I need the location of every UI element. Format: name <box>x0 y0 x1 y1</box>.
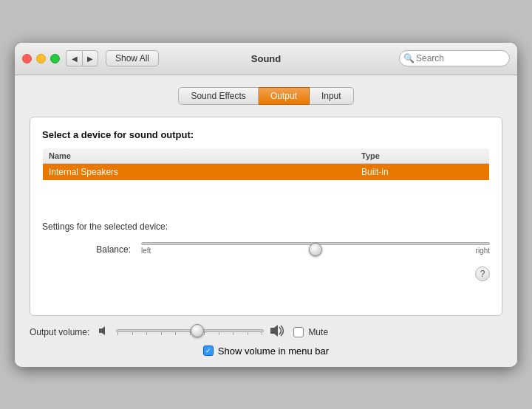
volume-slider-track <box>116 329 264 332</box>
device-table: Name Type Internal Speakers Built-in <box>42 148 490 210</box>
tab-sound-effects[interactable]: Sound Effects <box>178 87 259 105</box>
show-menu-bar-checkbox[interactable]: ✓ <box>203 346 214 356</box>
device-name-cell: Internal Speakers <box>43 163 356 180</box>
volume-row: Output volume: <box>30 323 502 341</box>
show-menu-bar-label: Show volume in menu bar <box>218 346 329 357</box>
balance-row: Balance: left right <box>42 242 490 256</box>
balance-right-label: right <box>476 247 490 255</box>
settings-heading: Settings for the selected device: <box>42 221 490 232</box>
mute-label: Mute <box>308 327 328 337</box>
sound-window: ◀ ▶ Show All Sound 🔍 Sound Effects Outpu… <box>15 43 517 367</box>
window-title: Sound <box>251 53 281 64</box>
forward-button[interactable]: ▶ <box>82 50 98 66</box>
svg-marker-0 <box>99 326 105 335</box>
balance-label: Balance: <box>86 244 131 255</box>
table-row[interactable]: Internal Speakers Built-in <box>43 163 490 180</box>
table-row-empty <box>43 180 490 210</box>
titlebar: ◀ ▶ Show All Sound 🔍 <box>15 43 517 75</box>
volume-slider-thumb[interactable] <box>191 324 204 337</box>
tab-input[interactable]: Input <box>310 87 354 105</box>
volume-high-icon <box>270 323 287 340</box>
search-input[interactable] <box>399 50 510 66</box>
volume-low-icon <box>98 325 110 339</box>
column-header-type: Type <box>355 148 490 163</box>
mute-wrap: Mute <box>293 327 328 337</box>
minimize-button[interactable] <box>36 54 46 63</box>
search-icon: 🔍 <box>403 53 415 63</box>
balance-slider-wrap: left right <box>141 242 490 256</box>
maximize-button[interactable] <box>50 54 60 63</box>
back-button[interactable]: ◀ <box>66 50 82 66</box>
close-button[interactable] <box>22 54 32 63</box>
bottom-bar: Output volume: <box>15 316 517 367</box>
tab-output[interactable]: Output <box>259 87 310 105</box>
table-header-row: Name Type <box>43 148 490 163</box>
output-panel: Select a device for sound output: Name T… <box>30 117 502 316</box>
balance-slider-thumb[interactable] <box>309 243 322 256</box>
help-button[interactable]: ? <box>475 267 490 281</box>
column-header-name: Name <box>43 148 356 163</box>
main-content: Sound Effects Output Input Select a devi… <box>15 75 517 316</box>
device-type-cell: Built-in <box>355 163 490 180</box>
traffic-lights <box>22 54 60 63</box>
show-all-button[interactable]: Show All <box>106 50 159 66</box>
panel-heading: Select a device for sound output: <box>42 129 490 140</box>
search-box: 🔍 <box>399 50 510 66</box>
output-volume-label: Output volume: <box>30 327 89 337</box>
svg-marker-1 <box>270 325 278 337</box>
tick-marks <box>116 332 264 335</box>
menu-bar-row: ✓ Show volume in menu bar <box>30 346 502 357</box>
mute-checkbox[interactable] <box>293 327 304 337</box>
nav-buttons: ◀ ▶ <box>66 50 98 66</box>
tab-bar: Sound Effects Output Input <box>30 87 502 105</box>
balance-left-label: left <box>141 247 151 255</box>
volume-slider-wrap <box>116 323 264 341</box>
